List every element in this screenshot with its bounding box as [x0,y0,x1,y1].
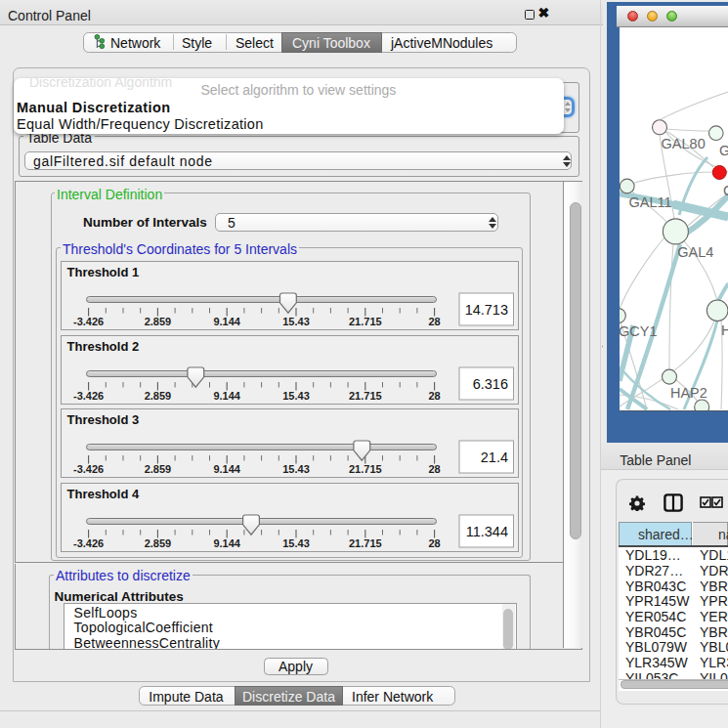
svg-text:-3.426: -3.426 [73,316,104,327]
svg-text:2.859: 2.859 [145,316,172,327]
svg-text:-3.426: -3.426 [73,536,104,548]
svg-text:GAL11: GAL11 [628,194,671,210]
svg-text:Threshold 1: Threshold 1 [67,265,140,279]
svg-text:HAP2: HAP2 [670,386,707,402]
svg-text:21.715: 21.715 [349,463,382,475]
svg-text:15.43: 15.43 [282,389,310,401]
svg-text:GAL4: GAL4 [677,244,713,260]
svg-text:14.713: 14.713 [465,302,508,318]
svg-text:-3.426: -3.426 [73,389,104,401]
svg-text:GAL: GAL [718,143,727,158]
svg-text:C: C [723,183,728,198]
svg-text:-3.426: -3.426 [73,463,104,475]
svg-text:28: 28 [428,316,440,327]
svg-text:Threshold 3: Threshold 3 [67,412,140,427]
svg-text:6.316: 6.316 [473,375,508,391]
svg-text:15.43: 15.43 [282,536,310,548]
svg-text:9.144: 9.144 [213,536,240,548]
svg-text:Threshold 4: Threshold 4 [67,486,140,500]
svg-text:9.144: 9.144 [213,316,240,327]
svg-text:9.144: 9.144 [213,463,240,475]
svg-text:21.715: 21.715 [349,536,382,548]
svg-text:HIS: HIS [720,323,727,339]
svg-text:28: 28 [428,389,440,401]
svg-text:GAL80: GAL80 [661,136,705,151]
svg-text:11.344: 11.344 [466,523,508,538]
svg-text:21.715: 21.715 [349,316,382,327]
svg-text:2.859: 2.859 [145,536,172,548]
svg-text:28: 28 [428,536,440,548]
svg-text:21.4: 21.4 [481,450,508,465]
svg-text:2.859: 2.859 [145,463,172,475]
svg-text:28: 28 [428,463,440,475]
svg-text:21.715: 21.715 [349,389,382,401]
svg-text:15.43: 15.43 [282,463,310,475]
svg-text:2.859: 2.859 [145,389,172,401]
svg-text:15.43: 15.43 [282,316,310,327]
svg-text:9.144: 9.144 [213,389,240,401]
svg-text:Threshold 2: Threshold 2 [67,338,140,353]
svg-text:GCY1: GCY1 [620,323,657,339]
